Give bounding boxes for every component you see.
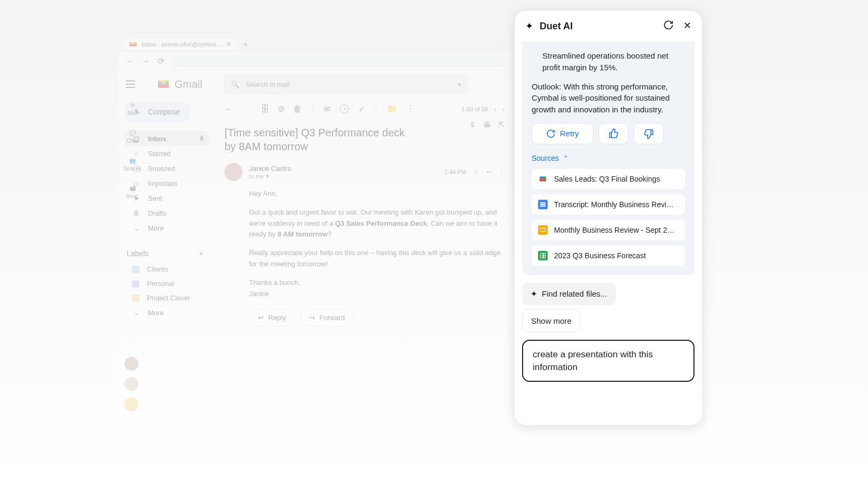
label-text: More — [148, 309, 164, 317]
forward-button[interactable]: ↪ Forward — [300, 309, 354, 326]
forward-label: Forward — [319, 314, 345, 322]
avatar-stack — [125, 357, 138, 411]
source-item-docs[interactable]: Transcript: Monthly Business Revi… — [532, 194, 685, 215]
forward-icon[interactable]: → — [142, 56, 150, 66]
avatar[interactable] — [125, 377, 138, 391]
new-tab-icon[interactable]: + — [243, 40, 247, 48]
hamburger-icon[interactable] — [126, 80, 135, 88]
label-swatch — [132, 280, 139, 288]
source-item-sheets[interactable]: 2023 Q3 Business Forecast — [532, 246, 685, 266]
suggestion-find-files[interactable]: ✦ Find related files... — [522, 283, 616, 305]
search-icon: 🔍 — [231, 80, 239, 88]
back-icon[interactable]: ← — [126, 56, 134, 66]
reply-button[interactable]: ↩ Reply — [249, 309, 295, 326]
text: ? — [328, 230, 332, 238]
reply-label: Reply — [268, 314, 286, 322]
more-icon[interactable]: ⋮ — [499, 169, 505, 176]
nav-chat[interactable]: 💬 Chat — [123, 130, 141, 144]
back-arrow-icon[interactable]: ← — [225, 104, 233, 114]
close-icon[interactable]: ✕ — [683, 20, 691, 33]
folder-label: Inbox — [148, 135, 167, 143]
snooze-icon[interactable]: 🕒 — [339, 104, 350, 114]
search-input[interactable]: 🔍 Search in mail ▾ — [224, 73, 468, 95]
label-swatch — [132, 294, 139, 302]
reload-icon[interactable] — [663, 20, 674, 33]
retry-button[interactable]: Retry — [532, 123, 593, 144]
email-toolbar: ← 🗄 ⊘ 🗑 ✉ 🕒 ✓ 📁 ⋮ 1-50 of 58 ‹ › — [225, 98, 505, 120]
sparkle-icon: ✦ — [531, 289, 538, 299]
prev-page-icon[interactable]: ‹ — [494, 106, 497, 112]
close-tab-icon[interactable]: ✕ — [226, 40, 232, 48]
thumbs-down-button[interactable] — [634, 123, 664, 144]
mail-icon[interactable]: ✉ — [324, 104, 330, 114]
source-label: 2023 Q3 Business Forecast — [554, 251, 646, 260]
reply-icon[interactable]: ↩ — [486, 169, 491, 176]
gmail-icon — [538, 174, 548, 184]
label-more[interactable]: ⌄ More — [125, 305, 211, 320]
folder-label: Snoozed — [148, 165, 175, 173]
label-clients[interactable]: Clients — [125, 262, 211, 276]
delete-icon[interactable]: 🗑 — [293, 104, 302, 114]
folder-label: Sent — [148, 194, 162, 202]
product-nav: ✉ Mail 💬 Chat 👥 Spaces 📹 Meet — [123, 102, 141, 199]
avatar[interactable] — [125, 357, 138, 371]
add-label-icon[interactable]: + — [199, 249, 203, 258]
folder-label: Starred — [148, 150, 171, 158]
prompt-input[interactable]: create a presentation with this informat… — [522, 340, 695, 382]
spaces-icon: 👥 — [129, 158, 136, 163]
suggestion-section: ✦ Find related files... Show more — [515, 275, 702, 332]
folder-drafts[interactable]: 🗎 Drafts — [125, 206, 211, 220]
duet-ai-panel: ✦ Duet AI ✕ Streamlined operations boost… — [515, 11, 702, 425]
print-icon[interactable]: 🖶 — [483, 120, 491, 129]
show-more-button[interactable]: Show more — [522, 309, 581, 332]
nav-mail[interactable]: ✉ Mail — [123, 102, 141, 116]
expand-icon[interactable]: ⇕ — [469, 120, 476, 129]
email-subject: [Time sensitive] Q3 Performance deck by … — [225, 126, 406, 153]
folder-more[interactable]: ⌄ More — [125, 220, 211, 235]
search-options-icon[interactable]: ▾ — [458, 81, 461, 87]
label-personal[interactable]: Personal — [125, 276, 211, 291]
browser-tab-bar: Inbox - asante.ofori@cymbol… ✕ + — [118, 36, 512, 52]
source-item-slides[interactable]: Monthly Business Review - Sept 20… — [532, 220, 685, 240]
popout-icon[interactable]: ⇱ — [498, 120, 505, 129]
duet-title: Duet AI — [540, 21, 573, 32]
gmail-favicon-icon — [129, 40, 137, 48]
spam-icon[interactable]: ⊘ — [278, 104, 285, 114]
dropdown-icon[interactable]: ▾ — [266, 173, 269, 179]
label-project-clover[interactable]: Project Clover — [125, 291, 211, 305]
archive-icon[interactable]: 🗄 — [261, 104, 269, 114]
next-page-icon[interactable]: › — [502, 106, 505, 112]
folder-label: Important — [148, 179, 177, 187]
star-icon[interactable]: ☆ — [474, 169, 479, 176]
email-greeting: Hey Ann, — [249, 189, 505, 200]
avatar[interactable] — [125, 397, 138, 411]
move-icon[interactable]: 📁 — [387, 104, 398, 114]
url-bar[interactable] — [172, 55, 505, 67]
compose-label: Compose — [148, 108, 180, 116]
tab-title: Inbox - asante.ofori@cymbol… — [142, 41, 222, 47]
nav-spaces[interactable]: 👥 Spaces — [123, 158, 141, 171]
reload-icon[interactable]: ⟳ — [158, 56, 164, 66]
email-subject-row: [Time sensitive] Q3 Performance deck by … — [225, 120, 505, 153]
more-icon[interactable]: ⋮ — [406, 104, 415, 114]
gmail-body: ✎ Compose ▢ Inbox 4 ☆ Starred 🕒 Snoozed — [118, 98, 512, 409]
email-para-1: Got a quick and urgent favor to ask. Our… — [249, 207, 505, 240]
label-text: Personal — [147, 280, 174, 288]
inbox-count: 4 — [200, 135, 203, 142]
reply-icon: ↩ — [258, 314, 264, 322]
browser-tab[interactable]: Inbox - asante.ofori@cymbol… ✕ — [123, 38, 237, 50]
source-item-gmail[interactable]: Sales Leads: Q3 Final Bookings — [532, 169, 685, 189]
nav-label: Chat — [127, 138, 138, 144]
task-icon[interactable]: ✓ — [358, 104, 365, 114]
sources-toggle[interactable]: Sources ⌃ — [532, 154, 685, 162]
ai-response-text: Streamlined operations boosted net profi… — [532, 50, 685, 116]
sender-row: Janice Castro to me ▾ 2:44 PM ☆ ↩ ⋮ — [225, 163, 505, 181]
retry-label: Retry — [560, 129, 579, 138]
email-para-2: Really appreciate your help on this one … — [249, 248, 505, 270]
nav-meet[interactable]: 📹 Meet — [123, 185, 141, 199]
nav-label: Spaces — [123, 166, 141, 171]
duet-header-actions: ✕ — [663, 20, 691, 33]
thumbs-up-button[interactable] — [599, 123, 629, 144]
app-name: Gmail — [175, 78, 202, 91]
text-bold: Q3 Sales Performance Deck — [335, 219, 427, 227]
